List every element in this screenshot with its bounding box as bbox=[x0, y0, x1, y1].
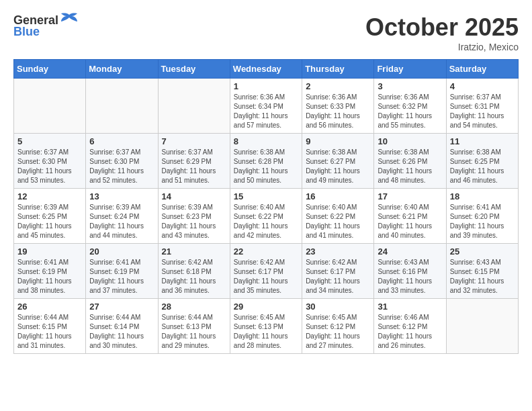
sunrise-text: Sunrise: 6:36 AM bbox=[234, 93, 285, 101]
cell-content: Sunrise: 6:37 AMSunset: 6:30 PMDaylight:… bbox=[17, 148, 82, 185]
logo: General Blue bbox=[13, 13, 79, 39]
daylight-text: Daylight: 11 hours and 32 minutes. bbox=[450, 277, 504, 294]
daylight-text: Daylight: 11 hours and 45 minutes. bbox=[17, 222, 72, 239]
sunset-text: Sunset: 6:25 PM bbox=[450, 158, 500, 165]
daylight-text: Daylight: 11 hours and 53 minutes. bbox=[17, 167, 72, 184]
daylight-text: Daylight: 11 hours and 41 minutes. bbox=[306, 222, 360, 239]
cell-content: Sunrise: 6:44 AMSunset: 6:14 PMDaylight:… bbox=[89, 313, 154, 351]
calendar-cell: 28Sunrise: 6:44 AMSunset: 6:13 PMDayligh… bbox=[158, 299, 230, 354]
sunrise-text: Sunrise: 6:40 AM bbox=[306, 203, 357, 211]
day-number: 30 bbox=[306, 302, 370, 312]
cell-content: Sunrise: 6:39 AMSunset: 6:25 PMDaylight:… bbox=[17, 203, 82, 240]
sunrise-text: Sunrise: 6:36 AM bbox=[306, 93, 357, 101]
calendar-header-wednesday: Wednesday bbox=[230, 60, 302, 79]
day-number: 7 bbox=[162, 136, 226, 146]
sunset-text: Sunset: 6:22 PM bbox=[306, 213, 355, 220]
calendar-week-row: 19Sunrise: 6:41 AMSunset: 6:19 PMDayligh… bbox=[14, 244, 519, 299]
day-number: 31 bbox=[378, 302, 442, 312]
sunset-text: Sunset: 6:29 PM bbox=[162, 158, 212, 165]
calendar-cell: 30Sunrise: 6:45 AMSunset: 6:12 PMDayligh… bbox=[302, 299, 374, 354]
day-number: 17 bbox=[378, 191, 442, 201]
cell-content: Sunrise: 6:36 AMSunset: 6:33 PMDaylight:… bbox=[306, 93, 370, 130]
day-number: 9 bbox=[306, 136, 370, 146]
calendar-cell bbox=[86, 79, 158, 134]
calendar-cell: 15Sunrise: 6:40 AMSunset: 6:22 PMDayligh… bbox=[230, 189, 302, 244]
calendar-header-row: SundayMondayTuesdayWednesdayThursdayFrid… bbox=[14, 60, 519, 79]
calendar-cell: 5Sunrise: 6:37 AMSunset: 6:30 PMDaylight… bbox=[14, 134, 86, 189]
day-number: 22 bbox=[234, 246, 298, 257]
sunset-text: Sunset: 6:26 PM bbox=[378, 158, 427, 165]
calendar-header-sunday: Sunday bbox=[14, 60, 86, 79]
sunset-text: Sunset: 6:21 PM bbox=[378, 213, 427, 220]
calendar-cell: 31Sunrise: 6:46 AMSunset: 6:12 PMDayligh… bbox=[374, 299, 446, 354]
sunset-text: Sunset: 6:27 PM bbox=[306, 158, 355, 165]
day-number: 13 bbox=[89, 191, 154, 201]
daylight-text: Daylight: 11 hours and 49 minutes. bbox=[306, 167, 360, 184]
cell-content: Sunrise: 6:45 AMSunset: 6:12 PMDaylight:… bbox=[306, 313, 370, 351]
sunrise-text: Sunrise: 6:37 AM bbox=[162, 148, 213, 156]
cell-content: Sunrise: 6:43 AMSunset: 6:15 PMDaylight:… bbox=[450, 258, 515, 295]
sunset-text: Sunset: 6:12 PM bbox=[306, 323, 355, 330]
cell-content: Sunrise: 6:42 AMSunset: 6:18 PMDaylight:… bbox=[162, 258, 226, 295]
title-section: October 2025 Iratzio, Mexico bbox=[365, 13, 519, 52]
sunset-text: Sunset: 6:16 PM bbox=[378, 268, 427, 275]
calendar-header-tuesday: Tuesday bbox=[158, 60, 230, 79]
calendar-table: SundayMondayTuesdayWednesdayThursdayFrid… bbox=[13, 59, 519, 354]
day-number: 14 bbox=[162, 191, 226, 201]
sunrise-text: Sunrise: 6:38 AM bbox=[234, 148, 285, 156]
sunset-text: Sunset: 6:12 PM bbox=[378, 323, 427, 330]
day-number: 5 bbox=[17, 136, 82, 146]
cell-content: Sunrise: 6:37 AMSunset: 6:29 PMDaylight:… bbox=[162, 148, 226, 185]
calendar-header-saturday: Saturday bbox=[446, 60, 518, 79]
daylight-text: Daylight: 11 hours and 27 minutes. bbox=[306, 332, 360, 349]
calendar-week-row: 12Sunrise: 6:39 AMSunset: 6:25 PMDayligh… bbox=[14, 189, 519, 244]
calendar-cell: 8Sunrise: 6:38 AMSunset: 6:28 PMDaylight… bbox=[230, 134, 302, 189]
daylight-text: Daylight: 11 hours and 43 minutes. bbox=[162, 222, 216, 239]
sunset-text: Sunset: 6:34 PM bbox=[234, 103, 283, 110]
calendar-cell: 4Sunrise: 6:37 AMSunset: 6:31 PMDaylight… bbox=[446, 79, 518, 134]
daylight-text: Daylight: 11 hours and 54 minutes. bbox=[450, 112, 504, 129]
daylight-text: Daylight: 11 hours and 31 minutes. bbox=[17, 332, 72, 349]
cell-content: Sunrise: 6:39 AMSunset: 6:24 PMDaylight:… bbox=[89, 203, 154, 240]
calendar-cell: 11Sunrise: 6:38 AMSunset: 6:25 PMDayligh… bbox=[446, 134, 518, 189]
calendar-cell: 17Sunrise: 6:40 AMSunset: 6:21 PMDayligh… bbox=[374, 189, 446, 244]
day-number: 28 bbox=[162, 302, 226, 312]
cell-content: Sunrise: 6:42 AMSunset: 6:17 PMDaylight:… bbox=[306, 258, 370, 295]
sunset-text: Sunset: 6:19 PM bbox=[17, 268, 67, 275]
daylight-text: Daylight: 11 hours and 56 minutes. bbox=[306, 112, 360, 129]
sunset-text: Sunset: 6:33 PM bbox=[306, 103, 355, 110]
daylight-text: Daylight: 11 hours and 36 minutes. bbox=[162, 277, 216, 294]
sunrise-text: Sunrise: 6:41 AM bbox=[89, 259, 140, 266]
sunset-text: Sunset: 6:24 PM bbox=[89, 213, 139, 220]
sunrise-text: Sunrise: 6:40 AM bbox=[378, 203, 429, 211]
cell-content: Sunrise: 6:37 AMSunset: 6:31 PMDaylight:… bbox=[450, 93, 515, 130]
daylight-text: Daylight: 11 hours and 39 minutes. bbox=[450, 222, 504, 239]
sunrise-text: Sunrise: 6:36 AM bbox=[378, 93, 429, 101]
cell-content: Sunrise: 6:45 AMSunset: 6:13 PMDaylight:… bbox=[234, 313, 298, 351]
sunset-text: Sunset: 6:18 PM bbox=[162, 268, 212, 275]
daylight-text: Daylight: 11 hours and 42 minutes. bbox=[234, 222, 288, 239]
sunrise-text: Sunrise: 6:45 AM bbox=[306, 314, 357, 321]
day-number: 19 bbox=[17, 246, 82, 257]
calendar-cell: 18Sunrise: 6:41 AMSunset: 6:20 PMDayligh… bbox=[446, 189, 518, 244]
calendar-cell bbox=[446, 299, 518, 354]
calendar-cell: 12Sunrise: 6:39 AMSunset: 6:25 PMDayligh… bbox=[14, 189, 86, 244]
cell-content: Sunrise: 6:36 AMSunset: 6:32 PMDaylight:… bbox=[378, 93, 442, 130]
sunrise-text: Sunrise: 6:41 AM bbox=[450, 203, 501, 211]
cell-content: Sunrise: 6:39 AMSunset: 6:23 PMDaylight:… bbox=[162, 203, 226, 240]
cell-content: Sunrise: 6:37 AMSunset: 6:30 PMDaylight:… bbox=[89, 148, 154, 185]
calendar-cell: 27Sunrise: 6:44 AMSunset: 6:14 PMDayligh… bbox=[86, 299, 158, 354]
cell-content: Sunrise: 6:38 AMSunset: 6:27 PMDaylight:… bbox=[306, 148, 370, 185]
sunrise-text: Sunrise: 6:39 AM bbox=[89, 203, 140, 211]
day-number: 10 bbox=[378, 136, 442, 146]
calendar-cell: 29Sunrise: 6:45 AMSunset: 6:13 PMDayligh… bbox=[230, 299, 302, 354]
cell-content: Sunrise: 6:43 AMSunset: 6:16 PMDaylight:… bbox=[378, 258, 442, 295]
sunrise-text: Sunrise: 6:44 AM bbox=[17, 314, 69, 321]
calendar-cell: 19Sunrise: 6:41 AMSunset: 6:19 PMDayligh… bbox=[14, 244, 86, 299]
daylight-text: Daylight: 11 hours and 48 minutes. bbox=[378, 167, 432, 184]
sunset-text: Sunset: 6:25 PM bbox=[17, 213, 67, 220]
sunset-text: Sunset: 6:28 PM bbox=[234, 158, 283, 165]
day-number: 6 bbox=[89, 136, 154, 146]
cell-content: Sunrise: 6:38 AMSunset: 6:26 PMDaylight:… bbox=[378, 148, 442, 185]
sunrise-text: Sunrise: 6:43 AM bbox=[378, 259, 429, 266]
